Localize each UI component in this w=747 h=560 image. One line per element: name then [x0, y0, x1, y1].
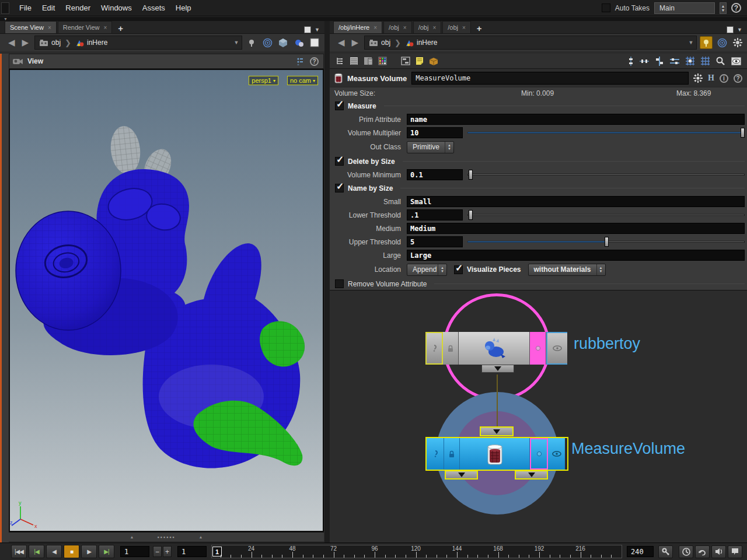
radial-menu-icon[interactable]	[715, 36, 728, 49]
auto-takes-checkbox[interactable]	[602, 4, 610, 12]
tab-close-icon[interactable]: ×	[403, 24, 407, 31]
breadcrumb-inhere[interactable]: inHere	[71, 36, 111, 49]
stop-button[interactable]: ■	[64, 545, 79, 558]
visualize-pieces-checkbox[interactable]: ✓	[454, 265, 463, 274]
search-icon[interactable]	[716, 57, 725, 65]
volume-multiplier-slider[interactable]	[467, 128, 745, 138]
node-measurevolume[interactable]	[425, 437, 568, 471]
node-rubbertoy[interactable]	[425, 332, 568, 365]
viewport-splitter[interactable]: ▲▪▪▪▪▪▪▲	[9, 532, 324, 541]
align-left-icon[interactable]	[655, 57, 664, 66]
visualize-mode-dropdown[interactable]: without Materials▲▼	[528, 264, 606, 276]
menu-file[interactable]: File	[14, 1, 37, 15]
volume-minimum-field[interactable]: 0.1	[407, 169, 463, 180]
volume-multiplier-field[interactable]: 10	[407, 127, 463, 138]
right-breadcrumb-inhere[interactable]: inHere	[401, 36, 441, 49]
snapshot-icon[interactable]	[308, 36, 321, 49]
realtime-toggle-icon[interactable]	[679, 545, 693, 558]
measurevolume-lock-flag[interactable]	[444, 438, 460, 470]
param-help-icon[interactable]: ?	[734, 74, 742, 83]
path-dropdown-icon[interactable]: ▼	[686, 40, 696, 46]
location-dropdown[interactable]: Append▲▼	[407, 264, 447, 276]
volume-minimum-slider[interactable]	[467, 170, 745, 180]
pin-icon[interactable]	[245, 36, 258, 49]
right-pane-menu-icon[interactable]: ▼	[737, 27, 742, 33]
right-tab-2[interactable]: /obj×	[413, 21, 442, 33]
split-list-icon[interactable]	[364, 57, 373, 65]
measurevolume-bypass-flag[interactable]	[427, 438, 444, 470]
audio-icon[interactable]	[711, 545, 726, 558]
left-new-tab-button[interactable]: +	[112, 23, 129, 33]
tab-close-icon[interactable]: ×	[48, 24, 51, 31]
playbar-start-field[interactable]: 1	[177, 546, 207, 557]
name-by-size-checkbox[interactable]: ✓	[335, 184, 344, 192]
menu-assets[interactable]: Assets	[137, 1, 170, 15]
measurevolume-output-connector-1[interactable]	[445, 470, 478, 480]
left-tab-1[interactable]: Render View×	[58, 21, 113, 33]
left-tab-0[interactable]: Scene View×	[5, 21, 57, 33]
node-graph-icon[interactable]	[401, 57, 410, 65]
small-field[interactable]: Small	[407, 196, 745, 207]
scene-viewport[interactable]: y x z persp1▾ no cam▾	[9, 69, 324, 532]
distribute-icon[interactable]	[670, 58, 679, 65]
geometry-display-icon[interactable]	[277, 36, 289, 49]
measure-checkbox[interactable]: ✓	[335, 102, 344, 110]
upper-threshold-slider[interactable]	[467, 237, 745, 247]
measurevolume-template-flag[interactable]	[530, 438, 548, 470]
left-back-icon[interactable]: ◀	[5, 37, 19, 48]
no-cam-chip[interactable]: no cam▾	[287, 76, 318, 85]
shading-mode-icon[interactable]	[292, 36, 305, 49]
right-new-tab-button[interactable]: +	[471, 23, 488, 33]
breadcrumb-obj[interactable]: obj	[35, 36, 65, 49]
tab-close-icon[interactable]: ×	[432, 24, 436, 31]
right-path-box[interactable]: obj ❯ inHere ▼	[364, 36, 697, 50]
measurevolume-input-connector[interactable]	[480, 426, 514, 436]
menu-windows[interactable]: Windows	[96, 1, 137, 15]
left-pane-maximize-icon[interactable]	[304, 26, 311, 33]
right-tab-0[interactable]: /obj/inHere×	[333, 21, 382, 33]
grid-icon[interactable]	[701, 57, 710, 65]
list-view-icon[interactable]	[350, 57, 358, 65]
window-icon[interactable]	[1, 2, 9, 14]
left-forward-icon[interactable]: ▶	[19, 37, 33, 48]
playbar-options-icon[interactable]	[728, 545, 742, 558]
lower-threshold-slider[interactable]	[467, 210, 745, 220]
menu-edit[interactable]: Edit	[37, 1, 60, 15]
tab-close-icon[interactable]: ×	[462, 24, 466, 31]
measurevolume-output-connector-2[interactable]	[515, 470, 548, 480]
delete-by-size-checkbox[interactable]: ✓	[335, 157, 344, 166]
medium-field[interactable]: Medium	[407, 223, 745, 234]
end-frame-field[interactable]: 240	[627, 546, 654, 557]
pane-divider[interactable]	[324, 21, 330, 542]
network-editor[interactable]: rubbertoy	[330, 290, 747, 542]
radial-menu-icon[interactable]	[261, 36, 274, 49]
left-pane-menu-icon[interactable]: ▼	[315, 27, 320, 33]
vertical-layout-icon[interactable]	[629, 57, 633, 66]
tree-view-icon[interactable]	[336, 57, 344, 65]
loop-mode-icon[interactable]	[695, 545, 710, 558]
sticky-note-icon[interactable]	[416, 57, 424, 65]
box-icon[interactable]	[429, 57, 438, 65]
play-forward-button[interactable]: ▶	[81, 545, 97, 558]
remove-volume-attribute-checkbox[interactable]	[335, 279, 344, 288]
frame-ruler[interactable]: 1 24487296120144168192216	[211, 545, 622, 558]
upper-threshold-field[interactable]: 5	[407, 236, 463, 247]
horizontal-layout-icon[interactable]	[640, 59, 649, 64]
key-icon[interactable]	[658, 545, 673, 558]
right-tab-1[interactable]: /obj×	[383, 21, 412, 33]
gear-menu-icon[interactable]	[693, 74, 703, 83]
rubbertoy-thumbnail[interactable]	[459, 332, 530, 365]
prim-attribute-field[interactable]: name	[407, 114, 745, 125]
take-selector[interactable]: Main	[654, 2, 715, 14]
settings-gear-icon[interactable]	[731, 36, 744, 49]
menu-render[interactable]: Render	[60, 1, 96, 15]
tab-close-icon[interactable]: ×	[104, 24, 107, 31]
next-frame-button[interactable]: ▶|	[99, 545, 114, 558]
lower-threshold-field[interactable]: .1	[407, 209, 463, 220]
rubbertoy-lock-flag[interactable]	[443, 332, 459, 365]
rubbertoy-node-label[interactable]: rubbertoy	[574, 335, 640, 353]
frame-field[interactable]: 1	[120, 546, 149, 557]
help-icon[interactable]: ?	[731, 3, 741, 13]
menu-help[interactable]: Help	[170, 1, 197, 15]
play-reverse-button[interactable]: ◀	[46, 545, 62, 558]
